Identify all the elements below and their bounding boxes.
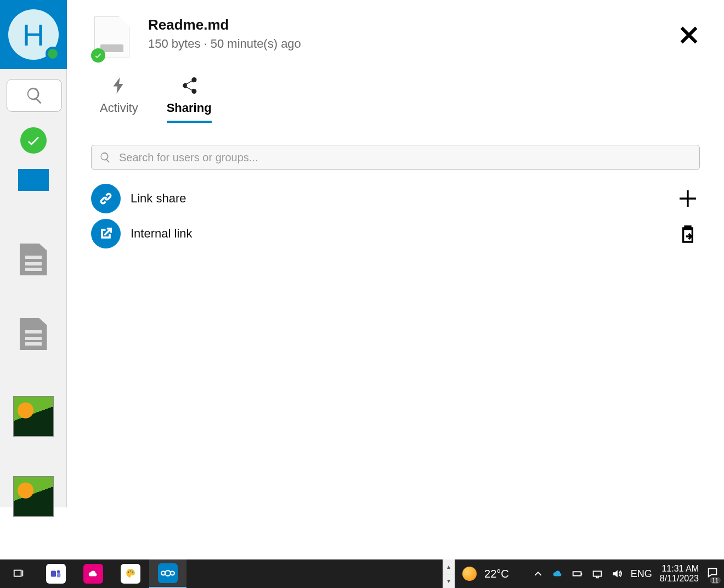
- svg-rect-4: [57, 573, 60, 577]
- sidebar-image-thumb-1[interactable]: [13, 396, 54, 437]
- chevron-up-icon[interactable]: [532, 568, 544, 580]
- tab-sharing-label: Sharing: [167, 101, 212, 115]
- link-share-label: Link share: [131, 191, 186, 206]
- search-icon: [25, 86, 44, 105]
- avatar-letter: H: [22, 17, 44, 53]
- volume-tray-icon[interactable]: [611, 568, 623, 580]
- sidebar-account-header[interactable]: H: [0, 0, 67, 69]
- svg-point-6: [130, 570, 132, 572]
- taskbar-app-nextcloud[interactable]: [149, 559, 186, 588]
- svg-rect-13: [593, 571, 601, 576]
- svg-point-10: [171, 572, 174, 575]
- notification-count: 11: [710, 577, 721, 584]
- tab-activity[interactable]: Activity: [100, 76, 138, 123]
- main-panel: Readme.md 150 bytes · 50 minute(s) ago A…: [67, 0, 724, 570]
- clock-time: 11:31 AM: [660, 564, 699, 574]
- share-icon: [179, 76, 199, 95]
- svg-point-9: [165, 570, 171, 576]
- scroll-up-icon[interactable]: ▴: [443, 559, 455, 574]
- search-icon: [99, 151, 111, 163]
- svg-rect-2: [51, 571, 56, 577]
- svg-rect-11: [573, 572, 581, 575]
- taskbar-app-cloud[interactable]: [75, 559, 112, 588]
- file-size: 150 bytes: [148, 37, 200, 50]
- file-age: 50 minute(s) ago: [211, 37, 301, 50]
- clock[interactable]: 11:31 AM 8/11/2023: [660, 564, 699, 584]
- internal-link-row: Internal link: [91, 216, 700, 251]
- external-link-icon: [91, 219, 121, 248]
- taskbar-left: [0, 559, 186, 588]
- sidebar-image-thumb-2[interactable]: [13, 476, 54, 517]
- clock-date: 8/11/2023: [660, 574, 699, 584]
- avatar[interactable]: H: [8, 9, 59, 60]
- teams-icon: [46, 564, 66, 584]
- tabs: Activity Sharing: [67, 60, 724, 123]
- network-tray-icon[interactable]: [591, 568, 603, 580]
- svg-rect-0: [14, 570, 21, 576]
- tab-sharing[interactable]: Sharing: [167, 76, 212, 123]
- svg-point-5: [128, 572, 129, 573]
- svg-rect-12: [581, 573, 582, 575]
- sidebar-search[interactable]: [7, 79, 62, 112]
- share-search[interactable]: [91, 145, 700, 170]
- sidebar: H: [0, 0, 67, 507]
- synced-badge-icon: [91, 48, 105, 63]
- vertical-scrollbar[interactable]: ▴ ▾: [443, 559, 455, 588]
- plus-icon: [677, 188, 699, 210]
- sync-status-ok-icon[interactable]: [20, 127, 47, 154]
- task-view-icon: [13, 568, 25, 580]
- close-icon: [678, 24, 700, 46]
- sidebar-items: [0, 127, 66, 517]
- copy-internal-link-button[interactable]: [676, 222, 700, 246]
- share-options: Link share Internal link: [91, 181, 700, 251]
- svg-rect-1: [22, 570, 23, 576]
- presence-online-icon: [46, 47, 60, 61]
- taskbar-app-paint[interactable]: [112, 559, 149, 588]
- file-info: Readme.md 150 bytes · 50 minute(s) ago: [148, 16, 301, 51]
- sidebar-file-item-2[interactable]: [20, 318, 47, 350]
- link-share-row: Link share: [91, 181, 700, 216]
- scroll-down-icon[interactable]: ▾: [443, 574, 455, 589]
- windows-taskbar: ▴ ▾ 22°C ENG 11:31 AM 8/11/2023 11: [0, 559, 724, 588]
- file-thumbnail: [94, 16, 133, 60]
- file-name: Readme.md: [148, 16, 301, 33]
- sidebar-item-selected[interactable]: [18, 169, 49, 191]
- weather-temp[interactable]: 22°C: [484, 568, 509, 580]
- weather-icon[interactable]: [462, 567, 477, 581]
- battery-tray-icon[interactable]: [572, 568, 584, 580]
- svg-point-7: [132, 572, 134, 573]
- taskbar-right: ▴ ▾ 22°C ENG 11:31 AM 8/11/2023 11: [443, 559, 724, 588]
- app-window: H: [0, 0, 724, 570]
- svg-point-3: [57, 570, 60, 574]
- link-icon: [91, 184, 121, 213]
- input-language[interactable]: ENG: [631, 568, 652, 580]
- taskbar-app-teams[interactable]: [37, 559, 75, 588]
- tab-activity-label: Activity: [100, 101, 138, 115]
- paint-icon: [121, 564, 140, 584]
- cloud-icon: [83, 564, 103, 584]
- onedrive-tray-icon[interactable]: [552, 568, 564, 580]
- file-subtitle: 150 bytes · 50 minute(s) ago: [148, 37, 301, 51]
- sidebar-file-item-1[interactable]: [20, 244, 47, 275]
- file-header: Readme.md 150 bytes · 50 minute(s) ago: [67, 0, 724, 60]
- internal-link-label: Internal link: [131, 227, 193, 241]
- share-search-input[interactable]: [119, 151, 692, 164]
- task-view-button[interactable]: [0, 559, 37, 588]
- lightning-icon: [109, 76, 129, 95]
- notifications-button[interactable]: 11: [706, 567, 719, 581]
- close-button[interactable]: [676, 22, 702, 48]
- add-link-share-button[interactable]: [676, 186, 700, 211]
- nextcloud-icon: [158, 563, 178, 583]
- clipboard-icon: [677, 223, 699, 245]
